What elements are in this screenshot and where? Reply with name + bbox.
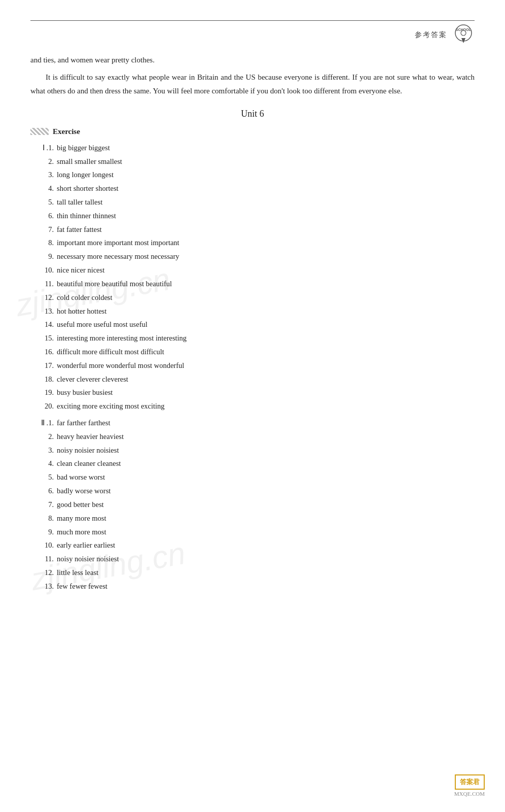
list-item: 11.noisy noisier noisiest [30, 552, 475, 566]
item-number: 5. [30, 195, 57, 209]
section-I: Ⅰ .1.big bigger biggest2.small smaller s… [30, 141, 475, 413]
list-item: 8.important more important most importan… [30, 236, 475, 250]
list-item: 6.badly worse worst [30, 484, 475, 498]
item-content: nice nicer nicest [57, 263, 475, 277]
item-number: 17. [30, 359, 57, 373]
item-content: beautiful more beautiful most beautiful [57, 277, 475, 291]
item-number: Ⅰ .1. [30, 141, 57, 155]
list-item: 2.small smaller smallest [30, 155, 475, 168]
list-item: 9.necessary more necessary most necessar… [30, 250, 475, 263]
item-number: 2. [30, 430, 57, 444]
item-content: noisy noisier noisiest [57, 552, 475, 566]
list-item: 13.few fewer fewest [30, 580, 475, 593]
item-number: 7. [30, 498, 57, 512]
item-number: 11. [30, 277, 57, 291]
list-item: 5.bad worse worst [30, 470, 475, 484]
intro-line1: and ties, and women wear pretty clothes. [30, 53, 475, 66]
item-number: 15. [30, 331, 57, 345]
list-item: 13.hot hotter hottest [30, 304, 475, 318]
header-bar: 参考答案 SCHOOL [30, 20, 475, 46]
list-item: 6.thin thinner thinnest [30, 209, 475, 223]
item-content: few fewer fewest [57, 580, 475, 593]
item-content: far farther farthest [57, 416, 475, 430]
exercise-label: Exercise [53, 127, 80, 136]
list-item: 3.noisy noisier noisiest [30, 444, 475, 457]
item-number: 12. [30, 291, 57, 304]
bottom-logo: 答案君 MXQE.COM [454, 774, 485, 797]
item-number: Ⅱ .1. [30, 416, 57, 430]
item-number: 13. [30, 580, 57, 593]
item-content: busy busier busiest [57, 386, 475, 399]
list-item: 18.clever cleverer cleverest [30, 373, 475, 386]
logo-url: MXQE.COM [454, 791, 485, 797]
list-item: 17.wonderful more wonderful most wonderf… [30, 359, 475, 373]
unit-title: Unit 6 [30, 109, 475, 119]
item-content: badly worse worst [57, 484, 475, 498]
item-number: 4. [30, 457, 57, 470]
item-content: early earlier earliest [57, 538, 475, 552]
item-content: many more most [57, 512, 475, 525]
list-item: 11.beautiful more beautiful most beautif… [30, 277, 475, 291]
item-content: useful more useful most useful [57, 318, 475, 331]
item-content: clever cleverer cleverest [57, 373, 475, 386]
item-content: long longer longest [57, 168, 475, 182]
item-number: 8. [30, 512, 57, 525]
list-item: 16.difficult more difficult most difficu… [30, 345, 475, 359]
list-item: 12.cold colder coldest [30, 291, 475, 304]
item-number: 7. [30, 223, 57, 236]
item-content: necessary more necessary most necessary [57, 250, 475, 263]
header-label: 参考答案 [415, 30, 447, 40]
item-number: 3. [30, 444, 57, 457]
list-item: 9.much more most [30, 525, 475, 539]
school-icon: SCHOOL [452, 24, 475, 46]
item-number: 14. [30, 318, 57, 331]
item-content: tall taller tallest [57, 195, 475, 209]
item-number: 13. [30, 304, 57, 318]
svg-text:SCHOOL: SCHOOL [456, 28, 472, 31]
item-content: much more most [57, 525, 475, 539]
item-content: heavy heavier heaviest [57, 430, 475, 444]
item-content: bad worse worst [57, 470, 475, 484]
item-number: 10. [30, 263, 57, 277]
item-content: important more important most important [57, 236, 475, 250]
list-item: 7.good better best [30, 498, 475, 512]
item-number: 16. [30, 345, 57, 359]
item-number: 11. [30, 552, 57, 566]
item-number: 10. [30, 538, 57, 552]
list-item: 19.busy busier busiest [30, 386, 475, 399]
item-content: thin thinner thinnest [57, 209, 475, 223]
list-item: 15.interesting more interesting most int… [30, 331, 475, 345]
list-item: 2.heavy heavier heaviest [30, 430, 475, 444]
item-content: clean cleaner cleanest [57, 457, 475, 470]
exercise-header: Exercise [30, 127, 475, 136]
item-number: 20. [30, 399, 57, 413]
section-II: Ⅱ .1.far farther farthest2.heavy heavier… [30, 416, 475, 593]
logo-box: 答案君 [455, 774, 485, 790]
exercise-deco [30, 128, 49, 135]
list-item: 14.useful more useful most useful [30, 318, 475, 331]
item-number: 12. [30, 566, 57, 580]
list-item: 7.fat fatter fattest [30, 223, 475, 236]
item-number: 18. [30, 373, 57, 386]
item-content: exciting more exciting most exciting [57, 399, 475, 413]
item-content: good better best [57, 498, 475, 512]
item-number: 6. [30, 209, 57, 223]
item-number: 4. [30, 182, 57, 195]
item-content: wonderful more wonderful most wonderful [57, 359, 475, 373]
item-number: 19. [30, 386, 57, 399]
item-content: fat fatter fattest [57, 223, 475, 236]
list-item: 5.tall taller tallest [30, 195, 475, 209]
item-number: 6. [30, 484, 57, 498]
list-item: 3.long longer longest [30, 168, 475, 182]
list-item: Ⅰ .1.big bigger biggest [30, 141, 475, 155]
list-item: 10.early earlier earliest [30, 538, 475, 552]
item-number: 8. [30, 236, 57, 250]
item-number: 9. [30, 525, 57, 539]
list-item: 20.exciting more exciting most exciting [30, 399, 475, 413]
list-item: 4.clean cleaner cleanest [30, 457, 475, 470]
list-item: 4.short shorter shortest [30, 182, 475, 195]
intro-para: It is difficult to say exactly what peop… [30, 71, 475, 97]
list-item: 12.little less least [30, 566, 475, 580]
item-content: interesting more interesting most intere… [57, 331, 475, 345]
item-content: difficult more difficult most difficult [57, 345, 475, 359]
